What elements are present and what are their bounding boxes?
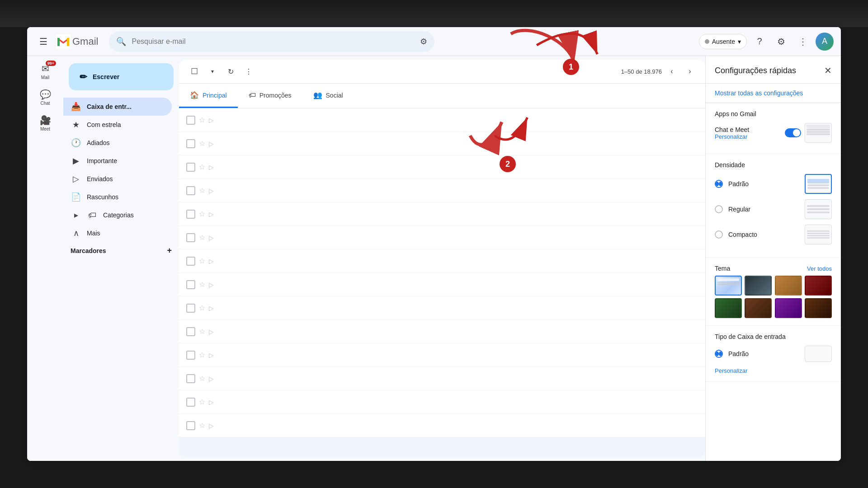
theme-6[interactable] [745, 298, 772, 318]
email-checkbox[interactable] [186, 398, 195, 407]
email-checkbox[interactable] [186, 139, 195, 148]
email-checkbox[interactable] [186, 280, 195, 289]
email-checkbox[interactable] [186, 351, 195, 360]
email-row[interactable]: ☆ ▷ [179, 273, 705, 296]
prev-page-button[interactable]: ‹ [664, 63, 680, 80]
labels-add-icon[interactable]: + [167, 246, 172, 255]
email-important-icon[interactable]: ▷ [209, 375, 214, 382]
theme-7[interactable] [775, 298, 802, 318]
email-important-icon[interactable]: ▷ [209, 399, 214, 406]
email-star-icon[interactable]: ☆ [199, 186, 205, 195]
sidebar-item-chat[interactable]: 💬 Chat [33, 85, 58, 109]
email-row[interactable]: ☆ ▷ [179, 343, 705, 367]
email-row[interactable]: ☆ ▷ [179, 414, 705, 437]
email-row[interactable]: ☆ ▷ [179, 108, 705, 132]
search-input[interactable] [132, 38, 415, 46]
email-important-icon[interactable]: ▷ [209, 258, 214, 265]
tab-social[interactable]: 👥 Social [302, 84, 354, 108]
nav-item-snoozed[interactable]: 🕐 Adiados [63, 134, 172, 152]
email-checkbox[interactable] [186, 116, 195, 125]
email-important-icon[interactable]: ▷ [209, 211, 214, 218]
nav-item-inbox[interactable]: 📥 Caixa de entr... [63, 98, 172, 116]
nav-item-important[interactable]: ▶ Importante [63, 152, 172, 170]
sidebar-item-mail[interactable]: 99+ ✉ Mail [33, 60, 58, 84]
menu-icon[interactable]: ☰ [34, 33, 52, 51]
email-important-icon[interactable]: ▷ [209, 117, 214, 124]
search-bar[interactable]: 🔍 ⚙ [109, 31, 434, 52]
email-star-icon[interactable]: ☆ [199, 163, 205, 171]
email-star-icon[interactable]: ☆ [199, 398, 205, 406]
email-star-icon[interactable]: ☆ [199, 304, 205, 312]
email-important-icon[interactable]: ▷ [209, 187, 214, 194]
inbox-personalize-link[interactable]: Personalizar [715, 367, 832, 374]
compose-button[interactable]: ✏ Escrever [69, 63, 174, 90]
density-compacto-radio[interactable] [715, 230, 723, 239]
email-checkbox[interactable] [186, 421, 195, 430]
email-star-icon[interactable]: ☆ [199, 257, 205, 265]
select-chevron[interactable]: ▾ [204, 63, 221, 80]
email-important-icon[interactable]: ▷ [209, 164, 214, 171]
nav-item-starred[interactable]: ★ Com estrela [63, 116, 172, 134]
nav-item-more[interactable]: ∧ Mais [63, 224, 172, 242]
view-all-themes[interactable]: Ver todos [807, 265, 832, 272]
email-star-icon[interactable]: ☆ [199, 280, 205, 289]
email-star-icon[interactable]: ☆ [199, 374, 205, 383]
email-important-icon[interactable]: ▷ [209, 234, 214, 241]
tab-promocoes[interactable]: 🏷 Promoções [238, 84, 302, 108]
help-button[interactable]: ? [750, 33, 769, 51]
chat-meet-toggle[interactable] [785, 128, 801, 137]
email-checkbox[interactable] [186, 327, 195, 336]
apps-button[interactable]: ⋮ [794, 33, 812, 51]
nav-item-categories[interactable]: ▸ 🏷 Categorias [63, 206, 172, 224]
email-important-icon[interactable]: ▷ [209, 305, 214, 312]
email-star-icon[interactable]: ☆ [199, 327, 205, 336]
email-important-icon[interactable]: ▷ [209, 281, 214, 288]
next-page-button[interactable]: › [682, 63, 698, 80]
email-checkbox[interactable] [186, 186, 195, 195]
email-star-icon[interactable]: ☆ [199, 233, 205, 242]
inbox-padrao-radio[interactable] [715, 350, 723, 358]
more-actions-button[interactable]: ⋮ [241, 63, 257, 80]
email-important-icon[interactable]: ▷ [209, 352, 214, 359]
email-checkbox[interactable] [186, 304, 195, 313]
email-row[interactable]: ☆ ▷ [179, 296, 705, 320]
qs-show-all[interactable]: Mostrar todas as configurações [706, 84, 841, 103]
email-checkbox[interactable] [186, 257, 195, 266]
email-row[interactable]: ☆ ▷ [179, 155, 705, 179]
theme-5[interactable] [715, 298, 742, 318]
email-star-icon[interactable]: ☆ [199, 351, 205, 359]
avatar[interactable]: A [816, 33, 834, 51]
theme-2[interactable] [745, 276, 772, 296]
tab-principal[interactable]: 🏠 Principal [179, 84, 238, 108]
theme-3[interactable] [775, 276, 802, 296]
email-important-icon[interactable]: ▷ [209, 328, 214, 335]
email-important-icon[interactable]: ▷ [209, 422, 214, 429]
qs-close-button[interactable]: ✕ [824, 65, 832, 76]
email-row[interactable]: ☆ ▷ [179, 202, 705, 226]
email-row[interactable]: ☆ ▷ [179, 320, 705, 343]
email-checkbox[interactable] [186, 163, 195, 172]
email-star-icon[interactable]: ☆ [199, 421, 205, 430]
email-important-icon[interactable]: ▷ [209, 140, 214, 147]
email-star-icon[interactable]: ☆ [199, 210, 205, 218]
email-row[interactable]: ☆ ▷ [179, 179, 705, 202]
email-row[interactable]: ☆ ▷ [179, 226, 705, 249]
density-padrao-radio[interactable] [715, 180, 723, 188]
email-row[interactable]: ☆ ▷ [179, 132, 705, 155]
email-star-icon[interactable]: ☆ [199, 139, 205, 148]
email-checkbox[interactable] [186, 233, 195, 242]
refresh-button[interactable]: ↻ [222, 63, 239, 80]
density-regular-radio[interactable] [715, 205, 723, 213]
search-options-icon[interactable]: ⚙ [420, 37, 427, 47]
nav-item-sent[interactable]: ▷ Enviados [63, 170, 172, 188]
email-checkbox[interactable] [186, 374, 195, 383]
theme-1[interactable] [715, 276, 742, 296]
show-all-link[interactable]: Mostrar todas as configurações [715, 89, 803, 97]
nav-item-drafts[interactable]: 📄 Rascunhos [63, 188, 172, 206]
select-all-checkbox[interactable]: ☐ [186, 63, 203, 80]
email-row[interactable]: ☆ ▷ [179, 367, 705, 390]
email-row[interactable]: ☆ ▷ [179, 249, 705, 273]
qs-personalize-link[interactable]: Personalizar [715, 133, 749, 140]
theme-8[interactable] [805, 298, 832, 318]
email-checkbox[interactable] [186, 210, 195, 219]
